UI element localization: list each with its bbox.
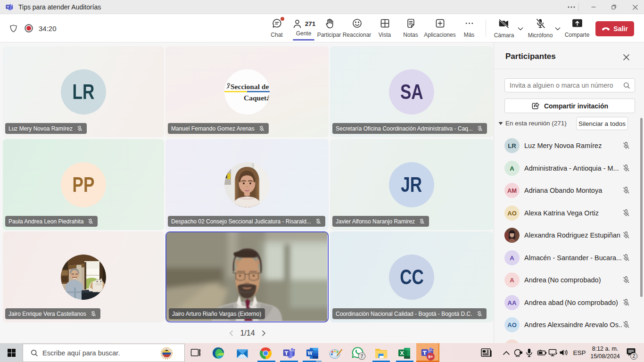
svg-text:Caquetá: Caquetá [244, 94, 270, 102]
svg-text:Seccional de: Seccional de [231, 82, 269, 90]
svg-text:7: 7 [361, 354, 363, 359]
